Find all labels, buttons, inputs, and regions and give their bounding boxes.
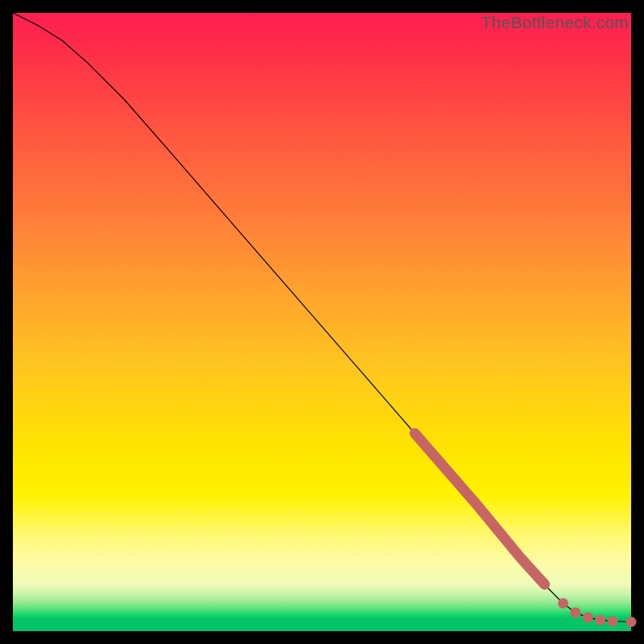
end-dot (570, 607, 580, 617)
end-dot (595, 615, 605, 625)
chart-frame: TheBottleneck.com (0, 0, 644, 644)
chart-overlay-svg (13, 13, 631, 631)
chart-plot-area: TheBottleneck.com (13, 13, 631, 631)
bottleneck-curve-line (13, 13, 631, 621)
end-dot (607, 616, 617, 626)
highlighted-segment (415, 433, 544, 584)
end-dot (583, 613, 593, 623)
end-dot (626, 617, 637, 627)
end-dots-group (558, 598, 636, 627)
end-dot (558, 598, 568, 609)
